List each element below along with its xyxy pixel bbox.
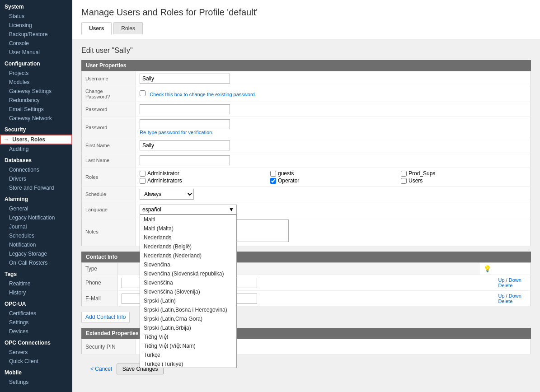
email-down-link[interactable]: Down — [509, 293, 521, 299]
lang-slovencina[interactable]: Slovenčina — [140, 260, 236, 269]
lang-tieng-viet-vn[interactable]: Tiếng Việt (Việt Nam) — [140, 341, 236, 350]
contact-email-label: E-Mail — [82, 291, 118, 307]
language-dropdown-list: Malti Malti (Malta) Nederlands Nederland… — [140, 215, 237, 368]
sidebar-item-projects[interactable]: Projects — [0, 69, 72, 78]
lang-slovenscina-si[interactable]: Slovenščina (Slovenija) — [140, 287, 236, 296]
lang-srpski-latin-srbija[interactable]: Srpski (Latin,Srbija) — [140, 323, 236, 332]
role-prod-sups-checkbox[interactable] — [401, 171, 407, 177]
contact-email-actions: Up / Down Delete — [495, 291, 531, 307]
lang-srpski-latin-bih[interactable]: Srpski (Latin,Bosna i Hercegovina) — [140, 305, 236, 314]
lang-nederlands[interactable]: Nederlands — [140, 233, 236, 242]
sidebar-item-modules[interactable]: Modules — [0, 78, 72, 87]
sidebar-item-redundancy[interactable]: Redundancy — [0, 96, 72, 105]
lang-turkce-tr[interactable]: Türkçe (Türkiye) — [140, 359, 236, 368]
sidebar-item-mobile-settings[interactable]: Settings — [0, 378, 72, 387]
sidebar-item-certificates[interactable]: Certificates — [0, 309, 72, 318]
sidebar-item-on-call-rosters[interactable]: On-Call Rosters — [0, 258, 72, 267]
phone-up-link[interactable]: Up — [498, 277, 505, 283]
sidebar-item-console[interactable]: Console — [0, 39, 72, 48]
phone-down-link[interactable]: Down — [509, 277, 521, 283]
lang-slovenscina[interactable]: Slovenščina — [140, 278, 236, 287]
first-name-input[interactable] — [140, 140, 230, 150]
role-operator[interactable]: Operator — [270, 177, 396, 184]
tab-roles[interactable]: Roles — [113, 22, 143, 34]
language-select-display[interactable]: español ▼ — [140, 205, 237, 215]
lang-tieng-viet[interactable]: Tiếng Việt — [140, 332, 236, 341]
role-users-checkbox[interactable] — [401, 178, 407, 184]
last-name-input[interactable] — [140, 155, 230, 165]
sidebar-item-tags-history[interactable]: History — [0, 288, 72, 297]
sidebar-item-notification[interactable]: Notification — [0, 240, 72, 249]
role-prod-sups[interactable]: Prod_Sups — [401, 170, 527, 177]
password-input[interactable] — [140, 104, 230, 114]
sidebar-item-backup-restore[interactable]: Backup/Restore — [0, 30, 72, 39]
role-guests[interactable]: guests — [270, 170, 396, 177]
content-area: Edit user "Sally" User Properties Userna… — [72, 39, 540, 385]
sidebar-item-drivers[interactable]: Drivers — [0, 174, 72, 183]
first-name-row: First Name — [82, 138, 531, 153]
sidebar-item-store-forward[interactable]: Store and Forward — [0, 183, 72, 192]
sidebar: System Status Licensing Backup/Restore C… — [0, 0, 72, 392]
sidebar-item-gateway-settings[interactable]: Gateway Settings — [0, 87, 72, 96]
sidebar-item-licensing[interactable]: Licensing — [0, 21, 72, 30]
sidebar-item-connections[interactable]: Connections — [0, 165, 72, 174]
role-administrators[interactable]: Administrators — [140, 177, 266, 184]
password-label: Password — [82, 102, 136, 117]
sidebar-item-opc-settings[interactable]: Settings — [0, 318, 72, 327]
sidebar-item-status[interactable]: Status — [0, 12, 72, 21]
password-retype-label: Password — [82, 117, 136, 138]
sidebar-section-security: Security — [0, 123, 72, 135]
add-contact-link[interactable]: Add Contact Info — [81, 312, 130, 322]
sidebar-item-auditing[interactable]: Auditing — [0, 145, 72, 154]
language-row: Language español ▼ Malti Malti (Malta) N… — [82, 202, 531, 217]
phone-up-down-delete: Up / Down Delete — [498, 277, 527, 288]
lang-slovencina-sr[interactable]: Slovenčina (Slovenská republika) — [140, 269, 236, 278]
role-administrator[interactable]: Administrator — [140, 170, 266, 177]
sidebar-item-opc-servers[interactable]: Servers — [0, 348, 72, 357]
schedule-select[interactable]: Always Weekdays Weekends — [140, 189, 194, 200]
lang-nederlands-nederland[interactable]: Nederlands (Nederland) — [140, 251, 236, 260]
phone-delete-link[interactable]: Delete — [498, 283, 513, 288]
password-retype-input[interactable] — [140, 119, 230, 129]
sidebar-item-user-manual[interactable]: User Manual — [0, 48, 72, 57]
language-selected-value: español — [142, 206, 161, 213]
sidebar-item-legacy-storage[interactable]: Legacy Storage — [0, 249, 72, 258]
roles-cell: Administrator guests Prod_Sups Administr… — [136, 168, 531, 187]
role-users[interactable]: Users — [401, 177, 527, 184]
email-up-down-delete: Up / Down Delete — [498, 293, 527, 304]
sidebar-item-gateway-network[interactable]: Gateway Network — [0, 114, 72, 123]
lang-nederlands-belgie[interactable]: Nederlands (België) — [140, 242, 236, 251]
page-title: Manage Users and Roles for Profile 'defa… — [81, 7, 531, 18]
sidebar-item-users-roles[interactable]: → Users, Roles — [0, 135, 72, 145]
lang-turkce[interactable]: Türkçe — [140, 350, 236, 359]
sidebar-item-journal[interactable]: Journal — [0, 222, 72, 231]
email-delete-link[interactable]: Delete — [498, 299, 513, 304]
password-row: Password — [82, 102, 531, 117]
lang-malti-malta[interactable]: Malti (Malta) — [140, 224, 236, 233]
sidebar-item-schedules[interactable]: Schedules — [0, 231, 72, 240]
tab-users[interactable]: Users — [81, 22, 112, 35]
role-administrators-checkbox[interactable] — [140, 178, 146, 184]
email-up-link[interactable]: Up — [498, 293, 505, 299]
role-operator-checkbox[interactable] — [270, 178, 276, 184]
sidebar-item-quick-client[interactable]: Quick Client — [0, 357, 72, 366]
sidebar-item-alarming-general[interactable]: General — [0, 204, 72, 213]
role-administrator-checkbox[interactable] — [140, 171, 146, 177]
sidebar-item-email-settings[interactable]: Email Settings — [0, 105, 72, 114]
cancel-link[interactable]: < Cancel — [90, 366, 112, 372]
contact-email-empty — [480, 291, 495, 307]
change-password-row: ChangePassword? Check this box to change… — [82, 86, 531, 102]
username-input[interactable] — [140, 74, 230, 84]
lang-srpski-latin-cg[interactable]: Srpski (Latin,Crna Gora) — [140, 314, 236, 323]
security-pin-label: Security PIN — [82, 339, 136, 355]
roles-grid: Administrator guests Prod_Sups Administr… — [140, 170, 527, 184]
role-guests-checkbox[interactable] — [270, 171, 276, 177]
first-name-cell — [136, 138, 531, 153]
lang-srpski-latin[interactable]: Srpski (Latin) — [140, 296, 236, 305]
sidebar-item-opc-devices[interactable]: Devices — [0, 327, 72, 336]
sidebar-item-legacy-notification[interactable]: Legacy Notification — [0, 213, 72, 222]
lang-malti[interactable]: Malti — [140, 215, 236, 224]
sidebar-item-tags-realtime[interactable]: Realtime — [0, 279, 72, 288]
contact-phone-label: Phone — [82, 275, 118, 291]
change-password-checkbox[interactable] — [140, 90, 146, 96]
